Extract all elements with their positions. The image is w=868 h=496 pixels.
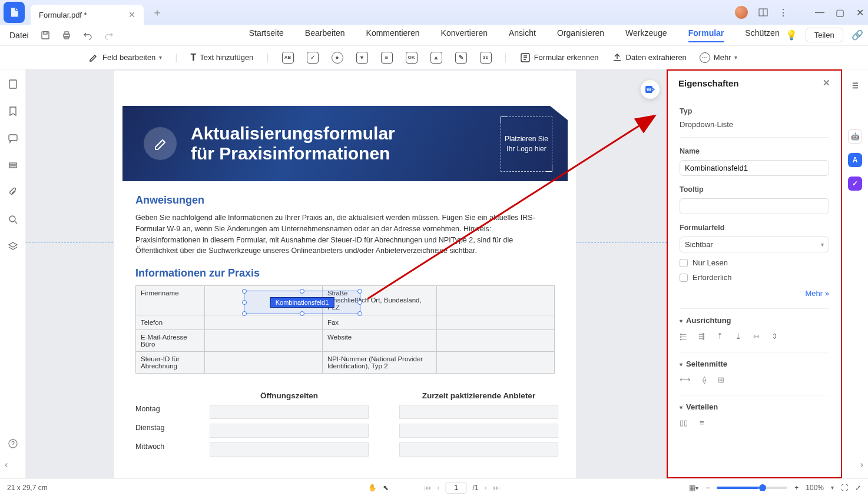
menu-formular[interactable]: Formular	[688, 28, 724, 42]
align-top-icon[interactable]: ⤒	[717, 332, 723, 341]
val-steuer[interactable]	[204, 352, 322, 374]
distribute-h-icon[interactable]: ▯▯	[680, 418, 688, 427]
thumbnail-icon[interactable]	[8, 79, 18, 89]
recognize-form-button[interactable]: Formular erkennen	[520, 52, 599, 63]
name-input[interactable]	[680, 160, 829, 176]
close-panel-icon[interactable]: ✕	[823, 78, 830, 88]
more-button[interactable]: ⋯ Mehr ▾	[700, 52, 738, 63]
next-page-icon[interactable]: ›	[485, 484, 487, 492]
image-field-icon[interactable]: ▲	[430, 52, 442, 64]
button-icon[interactable]: OK	[406, 52, 418, 64]
canvas[interactable]: Aktualisierungsformular für Praxisinform…	[26, 69, 667, 478]
help-icon[interactable]	[8, 438, 18, 449]
prev-page-icon[interactable]: ‹	[437, 484, 439, 492]
signature-icon[interactable]: ✎	[455, 52, 467, 64]
center-vertical-icon[interactable]: ⟠	[703, 375, 706, 384]
val-tue-prov[interactable]	[399, 424, 558, 438]
val-mon-prov[interactable]	[399, 405, 558, 419]
settings-sliders-icon[interactable]: ☰	[848, 79, 862, 93]
menu-ansicht[interactable]: Ansicht	[509, 28, 536, 42]
menu-organisieren[interactable]: Organisieren	[557, 28, 604, 42]
val-website[interactable]	[437, 330, 555, 352]
val-telefon[interactable]	[204, 315, 322, 330]
date-icon[interactable]: 31	[480, 52, 492, 64]
redo-icon[interactable]	[104, 31, 114, 40]
view-mode-icon[interactable]: ▦▾	[689, 484, 698, 492]
save-icon[interactable]	[41, 31, 50, 40]
convert-word-button[interactable]: W	[641, 80, 660, 99]
maximize-icon[interactable]: ▢	[835, 8, 844, 17]
align-center-v-icon[interactable]: ⇕	[771, 332, 778, 341]
distribute-v-icon[interactable]: ≡	[700, 418, 704, 427]
undo-icon[interactable]	[83, 31, 92, 40]
zoom-slider[interactable]	[717, 487, 787, 489]
val-wed-prov[interactable]	[399, 442, 558, 457]
menu-file[interactable]: Datei	[9, 31, 29, 40]
more-link[interactable]: Mehr »	[680, 289, 829, 298]
close-tab-icon[interactable]: ✕	[128, 10, 135, 19]
select-tool-icon[interactable]: ⬉	[383, 484, 389, 492]
dropdown-icon[interactable]: ▾	[356, 52, 368, 64]
val-npi[interactable]	[437, 352, 555, 374]
print-icon[interactable]	[62, 31, 71, 40]
lightbulb-icon[interactable]: 💡	[786, 29, 797, 41]
menu-startseite[interactable]: Startseite	[249, 28, 284, 42]
center-horizontal-icon[interactable]: ⟷	[680, 375, 691, 384]
close-icon[interactable]: ✕	[855, 8, 864, 17]
collapse-left-icon[interactable]: ‹	[5, 460, 8, 470]
hand-tool-icon[interactable]: ✋	[368, 484, 377, 492]
collapse-right-icon[interactable]: ›	[860, 460, 863, 470]
menu-kommentieren[interactable]: Kommentieren	[366, 28, 420, 42]
align-right-icon[interactable]: ⇶	[698, 332, 705, 341]
textfield-icon[interactable]: AB	[282, 52, 294, 64]
add-text-button[interactable]: T Text hinzufügen	[191, 52, 254, 63]
fit-page-icon[interactable]: ⛶	[841, 484, 848, 492]
align-bottom-icon[interactable]: ⤓	[735, 332, 741, 341]
formfield-select[interactable]: Sichtbar ▾	[680, 237, 829, 252]
attachment-icon[interactable]	[8, 187, 18, 198]
alignment-section[interactable]: Ausrichtung	[680, 316, 829, 325]
distribute-section[interactable]: Verteilen	[680, 402, 829, 411]
extract-data-button[interactable]: Daten extrahieren	[612, 52, 687, 63]
checkbox-icon[interactable]: ✓	[307, 52, 319, 64]
tooltip-input[interactable]	[680, 198, 829, 214]
menu-konvertieren[interactable]: Konvertieren	[441, 28, 488, 42]
zoom-in-icon[interactable]: +	[794, 484, 799, 492]
app-logo[interactable]	[4, 2, 25, 23]
last-page-icon[interactable]: ⏭	[493, 484, 500, 492]
listbox-icon[interactable]: ≡	[381, 52, 393, 64]
window-layout-icon[interactable]	[758, 8, 768, 17]
pagecenter-section[interactable]: Seitenmitte	[680, 359, 829, 368]
minimize-icon[interactable]: —	[815, 8, 824, 17]
align-center-h-icon[interactable]: ⇿	[753, 332, 760, 341]
val-mon-hours[interactable]	[210, 405, 369, 419]
val-fax[interactable]	[437, 315, 555, 330]
val-strasse[interactable]	[437, 286, 555, 315]
layers-icon[interactable]	[8, 241, 18, 252]
ai-chat-icon[interactable]: 🤖	[848, 129, 862, 144]
menu-schuetzen[interactable]: Schützen	[745, 28, 779, 42]
ai-assistant-icon[interactable]: A	[848, 153, 862, 167]
ai-check-icon[interactable]: ✓	[848, 177, 862, 191]
page-input[interactable]	[445, 482, 466, 494]
link-icon[interactable]: 🔗	[852, 29, 863, 41]
fullscreen-icon[interactable]: ⤢	[855, 484, 861, 492]
menu-bearbeiten[interactable]: Bearbeiten	[305, 28, 345, 42]
required-checkbox[interactable]: Erforderlich	[680, 273, 829, 282]
val-tue-hours[interactable]	[210, 424, 369, 438]
fields-icon[interactable]	[8, 160, 18, 171]
zoom-out-icon[interactable]: −	[705, 484, 710, 492]
tab-document[interactable]: Formular.pdf * ✕	[31, 5, 144, 25]
comments-icon[interactable]	[8, 133, 18, 144]
align-left-icon[interactable]: ⬱	[680, 332, 687, 341]
first-page-icon[interactable]: ⏮	[424, 484, 431, 492]
center-both-icon[interactable]: ⊞	[718, 375, 724, 384]
chevron-down-icon[interactable]: ▾	[831, 484, 834, 491]
edit-field-button[interactable]: Feld bearbeiten ▾	[88, 52, 162, 63]
readonly-checkbox[interactable]: Nur Lesen	[680, 258, 829, 267]
new-tab-button[interactable]: ＋	[152, 5, 163, 19]
search-icon[interactable]	[8, 214, 18, 225]
val-email[interactable]	[204, 330, 322, 352]
selected-dropdown-field[interactable]: Kombinationsfeld1	[244, 291, 360, 314]
share-button[interactable]: Teilen	[806, 28, 843, 42]
